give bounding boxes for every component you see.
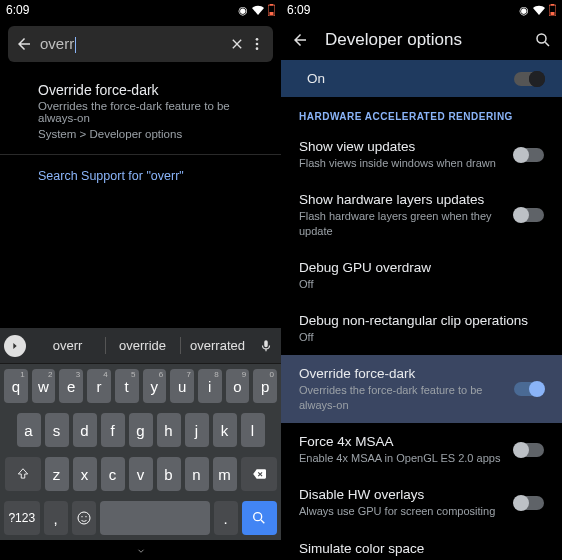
search-icon[interactable] <box>534 31 552 49</box>
setting-toggle[interactable] <box>514 382 544 396</box>
backspace-key[interactable] <box>241 457 277 491</box>
key-i[interactable]: i8 <box>198 369 222 403</box>
wifi-icon <box>533 5 545 15</box>
battery-icon <box>549 4 556 16</box>
numeric-key[interactable]: ?123 <box>4 501 40 535</box>
setting-label: Show view updates <box>299 139 514 154</box>
status-icons: ◉ <box>519 4 556 17</box>
suggestion-3[interactable]: overrated <box>180 332 255 359</box>
key-c[interactable]: c <box>101 457 125 491</box>
collapse-keyboard-icon[interactable] <box>134 546 148 556</box>
setting-disable-hw-overlays[interactable]: Disable HW overlaysAlways use GPU for sc… <box>281 476 562 529</box>
key-q[interactable]: q1 <box>4 369 28 403</box>
setting-toggle[interactable] <box>514 208 544 222</box>
mic-icon[interactable] <box>255 335 277 357</box>
key-p[interactable]: p0 <box>253 369 277 403</box>
setting-label: Debug non-rectangular clip operations <box>299 313 544 328</box>
key-d[interactable]: d <box>73 413 97 447</box>
search-bar: overr <box>8 26 273 62</box>
key-m[interactable]: m <box>213 457 237 491</box>
period-key[interactable]: . <box>214 501 238 535</box>
nav-bar <box>0 540 281 560</box>
key-r[interactable]: r4 <box>87 369 111 403</box>
setting-sub: Enable 4x MSAA in OpenGL ES 2.0 apps <box>299 451 514 465</box>
space-key[interactable] <box>100 501 210 535</box>
search-support-link[interactable]: Search Support for "overr" <box>0 155 281 197</box>
svg-rect-1 <box>270 12 274 15</box>
keyboard: overr override overrated q1w2e3r4t5y6u7i… <box>0 328 281 560</box>
setting-toggle[interactable] <box>514 443 544 457</box>
result-title: Override force-dark <box>38 82 243 98</box>
search-result[interactable]: Override force-dark Overrides the force-… <box>0 68 281 154</box>
setting-simulate-color-space[interactable]: Simulate color spaceDisabled <box>281 530 562 558</box>
setting-show-hardware-layers-updates[interactable]: Show hardware layers updatesFlash hardwa… <box>281 181 562 249</box>
result-path: System > Developer options <box>38 128 243 140</box>
setting-label: Debug GPU overdraw <box>299 260 544 275</box>
key-e[interactable]: e3 <box>59 369 83 403</box>
suggestion-1[interactable]: overr <box>30 332 105 359</box>
suggestion-2[interactable]: override <box>105 332 180 359</box>
svg-point-4 <box>256 43 259 46</box>
key-t[interactable]: t5 <box>115 369 139 403</box>
setting-sub: Overrides the force-dark feature to be a… <box>299 383 514 412</box>
comma-key[interactable]: , <box>44 501 68 535</box>
key-h[interactable]: h <box>157 413 181 447</box>
svg-point-7 <box>81 516 82 517</box>
key-row-3: zxcvbnm <box>0 452 281 496</box>
key-y[interactable]: y6 <box>143 369 167 403</box>
battery-icon <box>268 4 275 16</box>
svg-rect-11 <box>551 12 555 15</box>
result-description: Overrides the force-dark feature to be a… <box>38 100 243 124</box>
setting-show-view-updates[interactable]: Show view updatesFlash views inside wind… <box>281 128 562 181</box>
more-icon[interactable] <box>247 34 267 54</box>
setting-sub: Flash hardware layers green when they up… <box>299 209 514 238</box>
key-l[interactable]: l <box>241 413 265 447</box>
key-s[interactable]: s <box>45 413 69 447</box>
status-bar: 6:09 ◉ <box>0 0 281 20</box>
suggestion-bar: overr override overrated <box>0 328 281 364</box>
section-hardware: HARDWARE ACCELERATED RENDERING <box>281 97 562 128</box>
master-switch[interactable]: On <box>281 60 562 97</box>
key-v[interactable]: v <box>129 457 153 491</box>
key-o[interactable]: o9 <box>226 369 250 403</box>
back-icon[interactable] <box>14 34 34 54</box>
expand-suggestions-icon[interactable] <box>4 335 26 357</box>
key-a[interactable]: a <box>17 413 41 447</box>
shift-key[interactable] <box>5 457 41 491</box>
key-j[interactable]: j <box>185 413 209 447</box>
svg-point-9 <box>254 513 262 521</box>
key-g[interactable]: g <box>129 413 153 447</box>
emoji-key[interactable] <box>72 501 96 535</box>
settings-header: Developer options <box>281 20 562 60</box>
key-b[interactable]: b <box>157 457 181 491</box>
setting-debug-gpu-overdraw[interactable]: Debug GPU overdrawOff <box>281 249 562 302</box>
setting-sub: Off <box>299 330 544 344</box>
master-toggle[interactable] <box>514 72 544 86</box>
key-k[interactable]: k <box>213 413 237 447</box>
key-z[interactable]: z <box>45 457 69 491</box>
search-input[interactable]: overr <box>34 35 227 53</box>
page-title: Developer options <box>325 30 518 50</box>
svg-point-6 <box>78 512 90 524</box>
setting-debug-non-rectangular-clip-operations[interactable]: Debug non-rectangular clip operationsOff <box>281 302 562 355</box>
setting-toggle[interactable] <box>514 148 544 162</box>
key-u[interactable]: u7 <box>170 369 194 403</box>
setting-force-4x-msaa[interactable]: Force 4x MSAAEnable 4x MSAA in OpenGL ES… <box>281 423 562 476</box>
setting-override-force-dark[interactable]: Override force-darkOverrides the force-d… <box>281 355 562 423</box>
status-time: 6:09 <box>6 3 29 17</box>
clear-icon[interactable] <box>227 34 247 54</box>
key-x[interactable]: x <box>73 457 97 491</box>
key-row-1: q1w2e3r4t5y6u7i8o9p0 <box>0 364 281 408</box>
key-f[interactable]: f <box>101 413 125 447</box>
key-w[interactable]: w2 <box>32 369 56 403</box>
setting-sub: Off <box>299 277 544 291</box>
key-n[interactable]: n <box>185 457 209 491</box>
search-action-key[interactable] <box>242 501 278 535</box>
eye-icon: ◉ <box>519 4 529 17</box>
back-icon[interactable] <box>291 31 309 49</box>
wifi-icon <box>252 5 264 15</box>
setting-sub: Always use GPU for screen compositing <box>299 504 514 518</box>
on-label: On <box>299 71 514 86</box>
setting-label: Show hardware layers updates <box>299 192 514 207</box>
setting-toggle[interactable] <box>514 496 544 510</box>
